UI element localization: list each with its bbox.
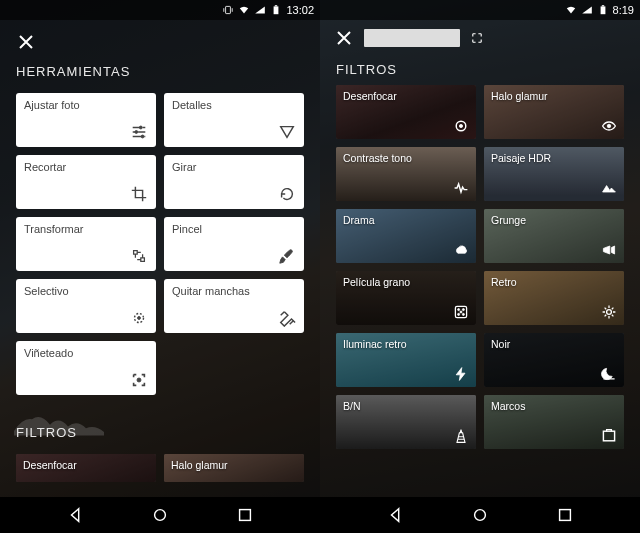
tower-icon bbox=[453, 428, 469, 444]
filters-grid: DesenfocarHalo glamurContraste tonoPaisa… bbox=[320, 85, 640, 457]
filter-label: Drama bbox=[343, 214, 375, 226]
filter-marcos[interactable]: Marcos bbox=[484, 395, 624, 449]
nav-home-icon[interactable] bbox=[471, 506, 489, 524]
filter-desenfocar[interactable]: Desenfocar bbox=[336, 85, 476, 139]
status-time: 13:02 bbox=[286, 4, 314, 16]
mountains-icon bbox=[601, 180, 617, 196]
svg-rect-25 bbox=[559, 510, 570, 521]
frame-icon bbox=[601, 428, 617, 444]
filter-contraste-tono[interactable]: Contraste tono bbox=[336, 147, 476, 201]
tune-icon bbox=[130, 123, 148, 141]
svg-rect-22 bbox=[600, 6, 605, 14]
moon-icon bbox=[601, 366, 617, 382]
tool-recortar[interactable]: Recortar bbox=[16, 155, 156, 209]
tool-label: Transformar bbox=[24, 223, 84, 235]
svg-rect-17 bbox=[226, 6, 231, 13]
filter-label: Halo glamur bbox=[171, 459, 228, 471]
tool-label: Quitar manchas bbox=[172, 285, 250, 297]
phone-left: 13:02 HERRAMIENTAS Ajustar foto Detalles… bbox=[0, 0, 320, 533]
filter-label: Desenfocar bbox=[343, 90, 397, 102]
filter-label: Paisaje HDR bbox=[491, 152, 551, 164]
android-nav-bar bbox=[0, 497, 320, 533]
battery-icon bbox=[597, 4, 609, 16]
filter-label: Noir bbox=[491, 338, 510, 350]
tool-detalles[interactable]: Detalles bbox=[164, 93, 304, 147]
section-title-filters: FILTROS bbox=[16, 425, 304, 440]
filter-iluminac-retro[interactable]: Iluminac retro bbox=[336, 333, 476, 387]
nav-home-icon[interactable] bbox=[151, 506, 169, 524]
rotate-icon bbox=[278, 185, 296, 203]
filter-paisaje-hdr[interactable]: Paisaje HDR bbox=[484, 147, 624, 201]
dice-icon bbox=[453, 304, 469, 320]
nav-back-icon[interactable] bbox=[387, 506, 405, 524]
filter-retro[interactable]: Retro bbox=[484, 271, 624, 325]
svg-point-24 bbox=[475, 510, 486, 521]
wifi-icon bbox=[238, 4, 250, 16]
filter-label: B/N bbox=[343, 400, 361, 412]
filter-halo-glamur[interactable]: Halo glamur bbox=[484, 85, 624, 139]
tool-ajustar-foto[interactable]: Ajustar foto bbox=[16, 93, 156, 147]
svg-rect-21 bbox=[239, 510, 250, 521]
filter-label: Película grano bbox=[343, 276, 410, 288]
transform-icon bbox=[130, 247, 148, 265]
status-bar: 13:02 bbox=[0, 0, 320, 20]
filters-peek-grid: Desenfocar Halo glamur bbox=[0, 454, 320, 490]
svg-rect-19 bbox=[275, 5, 277, 6]
filter-label: Desenfocar bbox=[23, 459, 77, 471]
phone-right: 8:19 FILTROS DesenfocarHalo glamurContra… bbox=[320, 0, 640, 533]
tools-grid: Ajustar foto Detalles Recortar Girar Tra… bbox=[0, 93, 320, 395]
close-icon[interactable] bbox=[334, 28, 354, 48]
filter-label: Retro bbox=[491, 276, 517, 288]
filter-desenfocar[interactable]: Desenfocar bbox=[16, 454, 156, 482]
cloud-icon bbox=[453, 242, 469, 258]
tool-label: Pincel bbox=[172, 223, 202, 235]
tool-label: Girar bbox=[172, 161, 196, 173]
status-time: 8:19 bbox=[613, 4, 634, 16]
image-thumbnail[interactable] bbox=[364, 29, 460, 47]
vibrate-icon bbox=[222, 4, 234, 16]
eye-icon bbox=[601, 118, 617, 134]
tool-girar[interactable]: Girar bbox=[164, 155, 304, 209]
filter-noir[interactable]: Noir bbox=[484, 333, 624, 387]
nav-recent-icon[interactable] bbox=[556, 506, 574, 524]
svg-point-20 bbox=[155, 510, 166, 521]
healing-icon bbox=[278, 309, 296, 327]
tool-label: Viñeteado bbox=[24, 347, 73, 359]
tool-pincel[interactable]: Pincel bbox=[164, 217, 304, 271]
filter-label: Contraste tono bbox=[343, 152, 412, 164]
tool-quitar-manchas[interactable]: Quitar manchas bbox=[164, 279, 304, 333]
tool-label: Recortar bbox=[24, 161, 66, 173]
tool-label: Selectivo bbox=[24, 285, 69, 297]
brush-icon bbox=[278, 247, 296, 265]
section-title-filters: FILTROS bbox=[320, 48, 640, 85]
nav-recent-icon[interactable] bbox=[236, 506, 254, 524]
nav-back-icon[interactable] bbox=[67, 506, 85, 524]
tool-label: Detalles bbox=[172, 99, 212, 111]
filter-label: Iluminac retro bbox=[343, 338, 407, 350]
tool-selectivo[interactable]: Selectivo bbox=[16, 279, 156, 333]
battery-icon bbox=[270, 4, 282, 16]
triangle-down-icon bbox=[278, 123, 296, 141]
filter-halo-glamur[interactable]: Halo glamur bbox=[164, 454, 304, 482]
tool-label: Ajustar foto bbox=[24, 99, 80, 111]
filter-peli-cula-grano[interactable]: Película grano bbox=[336, 271, 476, 325]
vignette-icon bbox=[130, 371, 148, 389]
tool-transformar[interactable]: Transformar bbox=[16, 217, 156, 271]
close-icon[interactable] bbox=[16, 32, 36, 52]
filter-label: Halo glamur bbox=[491, 90, 548, 102]
filter-b-n[interactable]: B/N bbox=[336, 395, 476, 449]
filter-label: Grunge bbox=[491, 214, 526, 226]
filter-drama[interactable]: Drama bbox=[336, 209, 476, 263]
expand-icon[interactable] bbox=[470, 31, 484, 45]
filter-grunge[interactable]: Grunge bbox=[484, 209, 624, 263]
android-nav-bar bbox=[320, 497, 640, 533]
signal-icon bbox=[581, 4, 593, 16]
section-title-tools: HERRAMIENTAS bbox=[16, 64, 304, 79]
crop-icon bbox=[130, 185, 148, 203]
gear-icon bbox=[601, 304, 617, 320]
tool-vineteado[interactable]: Viñeteado bbox=[16, 341, 156, 395]
wifi-icon bbox=[565, 4, 577, 16]
blur-icon bbox=[453, 118, 469, 134]
status-bar: 8:19 bbox=[320, 0, 640, 20]
pulse-icon bbox=[453, 180, 469, 196]
